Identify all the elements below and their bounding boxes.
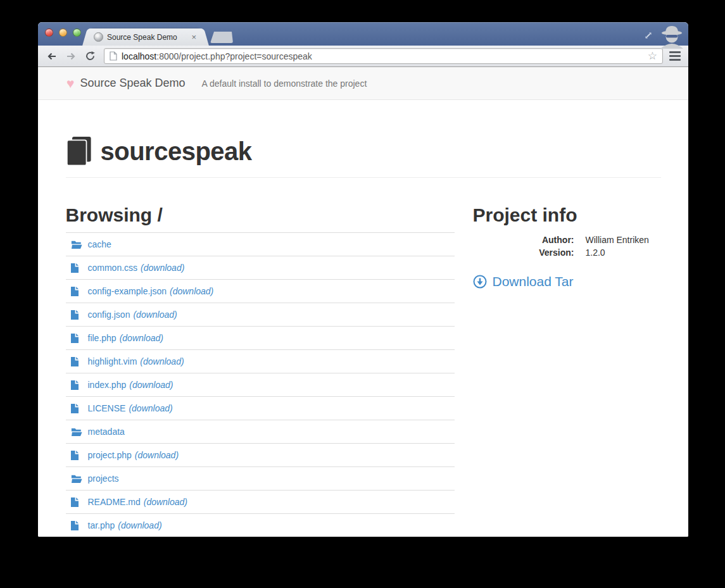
file-download-link[interactable]: (download) <box>135 450 179 460</box>
folder-link[interactable]: metadata <box>88 427 125 437</box>
window-close-button[interactable] <box>45 28 53 37</box>
file-link[interactable]: index.php <box>88 380 127 390</box>
file-download-link[interactable]: (download) <box>118 520 161 530</box>
browser-titlebar[interactable]: Source Speak Demo × <box>38 22 688 46</box>
file-icon <box>71 404 82 413</box>
file-icon <box>71 310 82 320</box>
download-tar-label: Download Tar <box>493 274 574 289</box>
file-link[interactable]: README.md <box>88 497 141 507</box>
file-link[interactable]: common.css <box>88 263 138 273</box>
file-icon <box>71 287 82 296</box>
site-header: ♥ Source Speak Demo A default install to… <box>38 67 688 100</box>
file-link[interactable]: LICENSE <box>88 403 126 413</box>
author-label: Author: <box>473 234 574 246</box>
book-icon <box>66 137 92 166</box>
file-download-link[interactable]: (download) <box>120 333 163 343</box>
heart-icon: ♥ <box>66 77 74 90</box>
tab-favicon-icon <box>94 32 103 42</box>
file-download-link[interactable]: (download) <box>129 380 173 390</box>
forward-button[interactable] <box>63 49 79 64</box>
file-icon <box>71 357 82 366</box>
file-list-row: config-example.json (download) <box>66 279 455 303</box>
version-value: 1.2.0 <box>586 246 661 259</box>
file-list-row: project.php (download) <box>66 443 455 466</box>
file-download-link[interactable]: (download) <box>129 403 172 413</box>
project-title-block: sourcespeak <box>66 137 661 166</box>
file-download-link[interactable]: (download) <box>140 356 184 366</box>
file-icon <box>71 263 82 273</box>
window-zoom-button[interactable] <box>73 28 81 37</box>
folder-link[interactable]: cache <box>88 239 111 249</box>
file-link[interactable]: project.php <box>88 450 132 460</box>
main-content: sourcespeak Browsing / cache <box>66 137 661 537</box>
page-viewport: ♥ Source Speak Demo A default install to… <box>38 67 688 537</box>
address-bar[interactable]: localhost:8000/project.php?project=sourc… <box>104 48 663 64</box>
file-icon <box>71 334 82 343</box>
file-link[interactable]: tar.php <box>88 520 115 530</box>
folder-icon <box>71 240 82 249</box>
browsing-heading: Browsing / <box>66 204 455 226</box>
file-list-row: common.css (download) <box>66 256 455 279</box>
folder-icon <box>71 474 82 484</box>
new-tab-button[interactable] <box>210 32 233 43</box>
project-info-section: Project info Author: William Entriken Ve… <box>473 192 661 537</box>
traffic-lights <box>45 28 81 37</box>
browsing-section: Browsing / cache common.css (download) <box>66 192 455 537</box>
file-icon <box>71 497 82 507</box>
file-download-link[interactable]: (download) <box>141 263 184 273</box>
title-divider <box>66 177 661 178</box>
browser-window: Source Speak Demo × <box>38 22 688 537</box>
tab-title: Source Speak Demo <box>107 33 190 42</box>
file-icon <box>71 451 82 460</box>
file-list-row: README.md (download) <box>66 490 455 513</box>
project-info-list: Author: William Entriken Version: 1.2.0 <box>473 234 661 259</box>
bookmark-star-icon[interactable]: ☆ <box>648 51 657 61</box>
site-tagline: A default install to demonstrate the pro… <box>202 78 367 89</box>
url-host: localhost <box>122 51 156 61</box>
browser-tab[interactable]: Source Speak Demo × <box>90 28 201 46</box>
url-path: :8000/project.php?project=sourcespeak <box>156 51 312 61</box>
file-list-row: config.json (download) <box>66 303 455 326</box>
file-list-row: cache <box>66 232 455 256</box>
file-icon <box>71 521 82 530</box>
file-link[interactable]: highlight.vim <box>88 356 137 366</box>
desktop-background: Source Speak Demo × <box>0 0 725 588</box>
url-text: localhost:8000/project.php?project=sourc… <box>122 51 312 61</box>
file-list-row: index.php (download) <box>66 373 455 396</box>
file-link[interactable]: config.json <box>88 310 130 320</box>
file-link[interactable]: file.php <box>88 333 117 343</box>
file-list-row: highlight.vim (download) <box>66 349 455 373</box>
file-list-row: LICENSE (download) <box>66 396 455 420</box>
file-download-link[interactable]: (download) <box>144 497 187 507</box>
menu-button[interactable] <box>668 49 682 63</box>
author-value: William Entriken <box>586 234 661 246</box>
version-label: Version: <box>473 246 574 259</box>
back-button[interactable] <box>44 49 60 64</box>
fullscreen-icon[interactable] <box>643 30 654 41</box>
project-title: sourcespeak <box>101 137 252 166</box>
file-list-row: tar.php (download) <box>66 513 455 537</box>
file-list-row: projects <box>66 466 455 490</box>
file-list-row: file.php (download) <box>66 326 455 349</box>
download-icon <box>473 275 487 289</box>
window-minimize-button[interactable] <box>59 28 67 37</box>
page-icon <box>110 51 117 61</box>
file-list-row: metadata <box>66 420 455 443</box>
file-link[interactable]: config-example.json <box>88 286 167 296</box>
folder-link[interactable]: projects <box>88 473 119 484</box>
project-info-heading: Project info <box>473 204 661 226</box>
browser-toolbar: localhost:8000/project.php?project=sourc… <box>38 46 688 67</box>
file-icon <box>71 380 82 390</box>
folder-icon <box>71 427 82 437</box>
tab-close-icon[interactable]: × <box>190 32 198 42</box>
file-download-link[interactable]: (download) <box>133 310 177 320</box>
file-list: cache common.css (download) config-examp… <box>66 232 455 537</box>
brand-link[interactable]: Source Speak Demo <box>80 77 185 90</box>
reload-button[interactable] <box>82 49 98 64</box>
incognito-icon <box>659 25 684 49</box>
file-download-link[interactable]: (download) <box>170 286 213 296</box>
download-tar-link[interactable]: Download Tar <box>473 274 574 289</box>
